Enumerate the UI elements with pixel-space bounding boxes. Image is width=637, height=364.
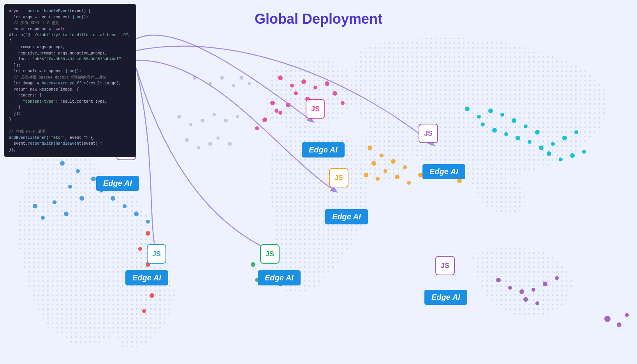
- code-line: lora: "ab56f2fa-3b68-433c-8d55-3d8573ab4…: [9, 56, 131, 63]
- edge-label-5: Edge AI: [125, 270, 168, 285]
- code-line: // 必须对图 base64 decode 得到的内容作二进制: [9, 75, 131, 81]
- code-line: async function handleEvent(event) {: [9, 8, 131, 14]
- code-panel: async function handleEvent(event) { let …: [4, 4, 136, 157]
- code-line: });: [9, 111, 131, 117]
- code-line: addEventListener('fetch', event => {: [9, 135, 131, 141]
- edge-label-3: Edge AI: [422, 164, 465, 179]
- code-line: event.respondWith(handleEvent(event));: [9, 141, 131, 147]
- code-line: let args = event.request.json();: [9, 14, 131, 21]
- code-line: const response = await AI.run("@ts/stabi…: [9, 26, 131, 45]
- js-badge-2: JS: [306, 99, 325, 119]
- js-badge-7: JS: [435, 256, 455, 275]
- js-badge-3: JS: [419, 124, 438, 143]
- code-line: [9, 123, 131, 129]
- code-line: "content-type": result.content_type,: [9, 99, 131, 105]
- js-badge-6: JS: [260, 244, 280, 264]
- code-line: }: [9, 105, 131, 111]
- code-line: let image = base64ToArrayBuffer(result.i…: [9, 80, 131, 87]
- edge-label-4: Edge AI: [325, 209, 368, 224]
- code-line: prompt: args.prompt,: [9, 44, 131, 51]
- code-line: });: [9, 147, 131, 153]
- edge-label-6: Edge AI: [258, 270, 301, 285]
- code-line: headers: {: [9, 93, 131, 99]
- edge-label-2: Edge AI: [302, 142, 345, 158]
- code-line: negative_prompt: args.negative_prompt,: [9, 51, 131, 57]
- edge-label-7: Edge AI: [424, 290, 467, 305]
- js-badge-5: JS: [147, 244, 166, 264]
- code-line: });: [9, 63, 131, 69]
- code-line: // 实例 SDKL-1.0 使用: [9, 20, 131, 26]
- code-line: }: [9, 117, 131, 123]
- code-line: // 拦截 HTTP 请求: [9, 129, 131, 135]
- code-line: return new Response(image, {: [9, 87, 131, 93]
- page-title: Global Deployment: [255, 11, 382, 27]
- code-line: let result = response.json();: [9, 68, 131, 75]
- js-badge-4: JS: [329, 168, 348, 187]
- edge-label-1: Edge AI: [96, 176, 139, 191]
